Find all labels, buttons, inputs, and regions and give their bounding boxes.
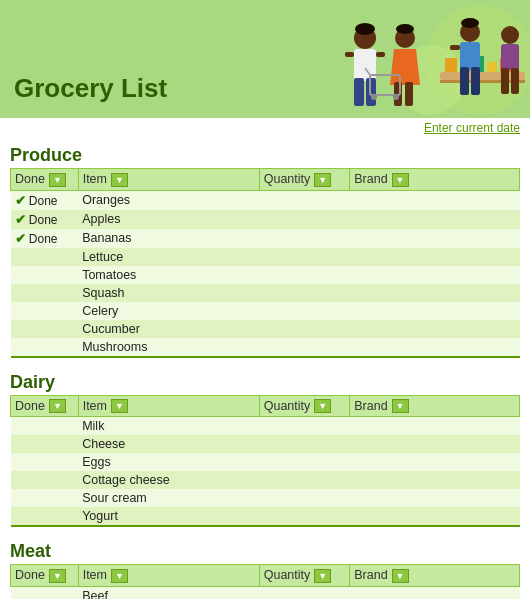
filter-btn-item[interactable]: ▼	[111, 399, 128, 413]
item-cell: Cottage cheese	[78, 471, 259, 489]
done-cell[interactable]	[11, 248, 79, 266]
section-title-dairy: Dairy	[0, 366, 530, 395]
brand-cell	[350, 338, 520, 357]
section-title-produce: Produce	[0, 139, 530, 168]
col-header-item: Item▼	[78, 169, 259, 191]
svg-rect-28	[501, 44, 519, 70]
table-row: Cottage cheese	[11, 471, 520, 489]
done-cell[interactable]	[11, 587, 79, 599]
quantity-cell	[259, 320, 350, 338]
table-row: ✔ DoneBananas	[11, 229, 520, 248]
col-header-item: Item▼	[78, 395, 259, 417]
filter-btn-quantity[interactable]: ▼	[314, 399, 331, 413]
quantity-cell	[259, 190, 350, 210]
filter-btn-item[interactable]: ▼	[111, 569, 128, 583]
svg-rect-29	[501, 68, 509, 94]
svg-point-27	[501, 26, 519, 44]
item-cell: Yogurt	[78, 507, 259, 526]
section-title-meat: Meat	[0, 535, 530, 564]
table-row: Sour cream	[11, 489, 520, 507]
svg-rect-20	[405, 82, 413, 106]
quantity-cell	[259, 453, 350, 471]
checkmark-icon: ✔	[15, 212, 26, 227]
filter-btn-done[interactable]: ▼	[49, 399, 66, 413]
table-row: Tomatoes	[11, 266, 520, 284]
quantity-cell	[259, 435, 350, 453]
filter-btn-brand[interactable]: ▼	[392, 569, 409, 583]
svg-rect-30	[511, 68, 519, 94]
brand-cell	[350, 248, 520, 266]
enter-date-link[interactable]: Enter current date	[0, 118, 530, 139]
brand-cell	[350, 489, 520, 507]
filter-btn-item[interactable]: ▼	[111, 173, 128, 187]
filter-btn-done[interactable]: ▼	[49, 569, 66, 583]
quantity-cell	[259, 266, 350, 284]
col-header-quantity: Quantity▼	[259, 565, 350, 587]
col-header-done: Done▼	[11, 169, 79, 191]
item-cell: Squash	[78, 284, 259, 302]
filter-btn-brand[interactable]: ▼	[392, 173, 409, 187]
done-cell[interactable]	[11, 435, 79, 453]
item-cell: Beef	[78, 587, 259, 599]
quantity-cell	[259, 302, 350, 320]
table-row: ✔ DoneOranges	[11, 190, 520, 210]
svg-rect-23	[460, 42, 480, 70]
sections-container: ProduceDone▼Item▼Quantity▼Brand▼✔ DoneOr…	[0, 139, 530, 599]
item-cell: Lettuce	[78, 248, 259, 266]
brand-cell	[350, 453, 520, 471]
svg-rect-25	[471, 67, 480, 95]
done-cell[interactable]	[11, 338, 79, 357]
quantity-cell	[259, 338, 350, 357]
filter-btn-done[interactable]: ▼	[49, 173, 66, 187]
brand-cell	[350, 587, 520, 599]
done-cell[interactable]: ✔ Done	[11, 190, 79, 210]
item-cell: Eggs	[78, 453, 259, 471]
col-header-quantity: Quantity▼	[259, 169, 350, 191]
filter-btn-quantity[interactable]: ▼	[314, 569, 331, 583]
col-header-brand: Brand▼	[350, 395, 520, 417]
item-cell: Sour cream	[78, 489, 259, 507]
table-row: Mushrooms	[11, 338, 520, 357]
brand-cell	[350, 284, 520, 302]
col-header-quantity: Quantity▼	[259, 395, 350, 417]
table-row: ✔ DoneApples	[11, 210, 520, 229]
done-cell[interactable]	[11, 507, 79, 526]
svg-rect-15	[376, 52, 385, 57]
quantity-cell	[259, 417, 350, 436]
table-row: Yogurt	[11, 507, 520, 526]
checkmark-icon: ✔	[15, 231, 26, 246]
brand-cell	[350, 435, 520, 453]
item-cell: Tomatoes	[78, 266, 259, 284]
section-produce: ProduceDone▼Item▼Quantity▼Brand▼✔ DoneOr…	[0, 139, 530, 358]
done-cell[interactable]	[11, 471, 79, 489]
col-header-brand: Brand▼	[350, 169, 520, 191]
quantity-cell	[259, 248, 350, 266]
header-illustration	[310, 0, 530, 118]
brand-cell	[350, 210, 520, 229]
col-header-done: Done▼	[11, 395, 79, 417]
brand-cell	[350, 190, 520, 210]
done-cell[interactable]: ✔ Done	[11, 210, 79, 229]
svg-point-10	[355, 23, 375, 35]
done-cell[interactable]	[11, 417, 79, 436]
brand-cell	[350, 320, 520, 338]
done-cell[interactable]	[11, 302, 79, 320]
svg-rect-12	[354, 78, 364, 106]
done-cell[interactable]	[11, 320, 79, 338]
quantity-cell	[259, 471, 350, 489]
item-cell: Bananas	[78, 229, 259, 248]
done-cell[interactable]	[11, 284, 79, 302]
table-row: Cucumber	[11, 320, 520, 338]
done-cell[interactable]: ✔ Done	[11, 229, 79, 248]
item-cell: Celery	[78, 302, 259, 320]
done-cell[interactable]	[11, 266, 79, 284]
filter-btn-quantity[interactable]: ▼	[314, 173, 331, 187]
section-meat: MeatDone▼Item▼Quantity▼Brand▼ Beef Poult…	[0, 535, 530, 599]
done-cell[interactable]	[11, 489, 79, 507]
table-row: Milk	[11, 417, 520, 436]
brand-cell	[350, 229, 520, 248]
done-cell[interactable]	[11, 453, 79, 471]
table-row: Beef	[11, 587, 520, 599]
svg-rect-4	[445, 58, 457, 72]
filter-btn-brand[interactable]: ▼	[392, 399, 409, 413]
